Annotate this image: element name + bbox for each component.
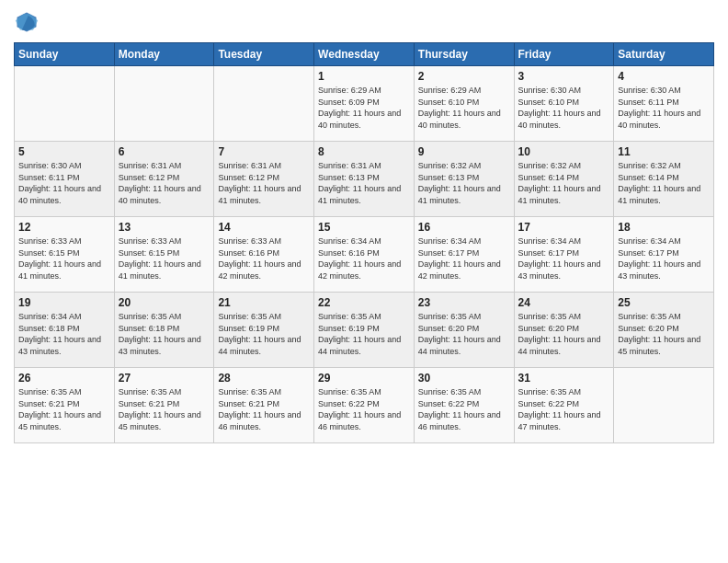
cell-content: Sunrise: 6:30 AM Sunset: 6:11 PM Dayligh…	[18, 160, 110, 206]
cell-content: Sunrise: 6:29 AM Sunset: 6:10 PM Dayligh…	[418, 85, 510, 131]
calendar-cell: 2Sunrise: 6:29 AM Sunset: 6:10 PM Daylig…	[414, 66, 514, 142]
day-number: 31	[518, 372, 610, 385]
cell-content: Sunrise: 6:35 AM Sunset: 6:18 PM Dayligh…	[119, 311, 210, 357]
day-number: 3	[518, 70, 610, 83]
calendar-cell: 10Sunrise: 6:32 AM Sunset: 6:14 PM Dayli…	[514, 142, 614, 217]
calendar-cell: 19Sunrise: 6:34 AM Sunset: 6:18 PM Dayli…	[15, 293, 115, 368]
day-number: 15	[318, 221, 410, 234]
calendar-week-2: 5Sunrise: 6:30 AM Sunset: 6:11 PM Daylig…	[15, 142, 714, 217]
cell-content: Sunrise: 6:32 AM Sunset: 6:13 PM Dayligh…	[418, 160, 510, 206]
calendar-cell: 24Sunrise: 6:35 AM Sunset: 6:20 PM Dayli…	[514, 293, 614, 368]
cell-content: Sunrise: 6:35 AM Sunset: 6:20 PM Dayligh…	[418, 311, 510, 357]
calendar-cell: 5Sunrise: 6:30 AM Sunset: 6:11 PM Daylig…	[15, 142, 115, 217]
day-number: 7	[218, 145, 310, 158]
calendar-week-4: 19Sunrise: 6:34 AM Sunset: 6:18 PM Dayli…	[15, 293, 714, 368]
calendar-cell: 15Sunrise: 6:34 AM Sunset: 6:16 PM Dayli…	[314, 217, 415, 293]
calendar-cell: 16Sunrise: 6:34 AM Sunset: 6:17 PM Dayli…	[414, 217, 514, 293]
calendar-cell: 29Sunrise: 6:35 AM Sunset: 6:22 PM Dayli…	[314, 368, 415, 443]
cell-content: Sunrise: 6:35 AM Sunset: 6:22 PM Dayligh…	[318, 386, 410, 432]
cell-content: Sunrise: 6:31 AM Sunset: 6:12 PM Dayligh…	[218, 160, 310, 206]
day-number: 2	[418, 70, 510, 83]
calendar-cell: 6Sunrise: 6:31 AM Sunset: 6:12 PM Daylig…	[114, 142, 214, 217]
day-number: 19	[18, 296, 110, 309]
day-number: 21	[218, 296, 310, 309]
calendar-cell: 11Sunrise: 6:32 AM Sunset: 6:14 PM Dayli…	[614, 142, 714, 217]
calendar-week-3: 12Sunrise: 6:33 AM Sunset: 6:15 PM Dayli…	[15, 217, 714, 293]
calendar-cell: 1Sunrise: 6:29 AM Sunset: 6:09 PM Daylig…	[314, 66, 415, 142]
cell-content: Sunrise: 6:32 AM Sunset: 6:14 PM Dayligh…	[518, 160, 610, 206]
calendar-week-5: 26Sunrise: 6:35 AM Sunset: 6:21 PM Dayli…	[15, 368, 714, 443]
cell-content: Sunrise: 6:31 AM Sunset: 6:12 PM Dayligh…	[119, 160, 210, 206]
calendar-cell: 25Sunrise: 6:35 AM Sunset: 6:20 PM Dayli…	[614, 293, 714, 368]
cell-content: Sunrise: 6:30 AM Sunset: 6:11 PM Dayligh…	[618, 85, 710, 131]
calendar-cell: 12Sunrise: 6:33 AM Sunset: 6:15 PM Dayli…	[15, 217, 115, 293]
calendar-week-1: 1Sunrise: 6:29 AM Sunset: 6:09 PM Daylig…	[15, 66, 714, 142]
day-number: 11	[618, 145, 710, 158]
calendar-cell	[15, 66, 115, 142]
day-number: 4	[618, 70, 710, 83]
calendar-cell: 22Sunrise: 6:35 AM Sunset: 6:19 PM Dayli…	[314, 293, 415, 368]
cell-content: Sunrise: 6:35 AM Sunset: 6:21 PM Dayligh…	[18, 386, 110, 432]
day-number: 10	[518, 145, 610, 158]
day-number: 13	[119, 221, 210, 234]
calendar-cell: 31Sunrise: 6:35 AM Sunset: 6:22 PM Dayli…	[514, 368, 614, 443]
day-number: 18	[618, 221, 710, 234]
day-number: 24	[518, 296, 610, 309]
calendar-cell: 14Sunrise: 6:33 AM Sunset: 6:16 PM Dayli…	[214, 217, 314, 293]
calendar-cell: 9Sunrise: 6:32 AM Sunset: 6:13 PM Daylig…	[414, 142, 514, 217]
cell-content: Sunrise: 6:34 AM Sunset: 6:17 PM Dayligh…	[618, 236, 710, 282]
calendar-cell: 21Sunrise: 6:35 AM Sunset: 6:19 PM Dayli…	[214, 293, 314, 368]
day-number: 20	[119, 296, 210, 309]
day-number: 30	[418, 372, 510, 385]
cell-content: Sunrise: 6:30 AM Sunset: 6:10 PM Dayligh…	[518, 85, 610, 131]
calendar-cell: 13Sunrise: 6:33 AM Sunset: 6:15 PM Dayli…	[114, 217, 214, 293]
cell-content: Sunrise: 6:34 AM Sunset: 6:17 PM Dayligh…	[518, 236, 610, 282]
calendar-header-row: SundayMondayTuesdayWednesdayThursdayFrid…	[15, 43, 714, 66]
cell-content: Sunrise: 6:33 AM Sunset: 6:15 PM Dayligh…	[119, 236, 210, 282]
day-number: 16	[418, 221, 510, 234]
calendar-cell	[614, 368, 714, 443]
calendar-cell: 7Sunrise: 6:31 AM Sunset: 6:12 PM Daylig…	[214, 142, 314, 217]
logo	[14, 9, 43, 35]
day-number: 25	[618, 296, 710, 309]
calendar-cell: 17Sunrise: 6:34 AM Sunset: 6:17 PM Dayli…	[514, 217, 614, 293]
calendar-cell: 8Sunrise: 6:31 AM Sunset: 6:13 PM Daylig…	[314, 142, 415, 217]
cell-content: Sunrise: 6:34 AM Sunset: 6:16 PM Dayligh…	[318, 236, 410, 282]
day-number: 1	[318, 70, 410, 83]
page: SundayMondayTuesdayWednesdayThursdayFrid…	[0, 0, 728, 563]
day-number: 28	[218, 372, 310, 385]
day-number: 22	[318, 296, 410, 309]
day-number: 12	[18, 221, 110, 234]
calendar-cell: 18Sunrise: 6:34 AM Sunset: 6:17 PM Dayli…	[614, 217, 714, 293]
weekday-header-monday: Monday	[114, 43, 214, 66]
day-number: 17	[518, 221, 610, 234]
day-number: 26	[18, 372, 110, 385]
weekday-header-friday: Friday	[514, 43, 614, 66]
cell-content: Sunrise: 6:35 AM Sunset: 6:21 PM Dayligh…	[218, 386, 310, 432]
calendar-cell: 20Sunrise: 6:35 AM Sunset: 6:18 PM Dayli…	[114, 293, 214, 368]
calendar-cell: 26Sunrise: 6:35 AM Sunset: 6:21 PM Dayli…	[15, 368, 115, 443]
cell-content: Sunrise: 6:29 AM Sunset: 6:09 PM Dayligh…	[318, 85, 410, 131]
cell-content: Sunrise: 6:32 AM Sunset: 6:14 PM Dayligh…	[618, 160, 710, 206]
cell-content: Sunrise: 6:34 AM Sunset: 6:18 PM Dayligh…	[18, 311, 110, 357]
cell-content: Sunrise: 6:35 AM Sunset: 6:20 PM Dayligh…	[618, 311, 710, 357]
calendar-cell: 4Sunrise: 6:30 AM Sunset: 6:11 PM Daylig…	[614, 66, 714, 142]
day-number: 5	[18, 145, 110, 158]
logo-icon	[14, 9, 40, 35]
day-number: 29	[318, 372, 410, 385]
cell-content: Sunrise: 6:35 AM Sunset: 6:19 PM Dayligh…	[318, 311, 410, 357]
day-number: 8	[318, 145, 410, 158]
day-number: 6	[119, 145, 210, 158]
cell-content: Sunrise: 6:35 AM Sunset: 6:22 PM Dayligh…	[418, 386, 510, 432]
calendar-cell: 23Sunrise: 6:35 AM Sunset: 6:20 PM Dayli…	[414, 293, 514, 368]
cell-content: Sunrise: 6:31 AM Sunset: 6:13 PM Dayligh…	[318, 160, 410, 206]
cell-content: Sunrise: 6:33 AM Sunset: 6:15 PM Dayligh…	[18, 236, 110, 282]
calendar-cell	[114, 66, 214, 142]
weekday-header-saturday: Saturday	[614, 43, 714, 66]
header	[14, 9, 714, 35]
day-number: 14	[218, 221, 310, 234]
calendar: SundayMondayTuesdayWednesdayThursdayFrid…	[14, 42, 714, 443]
weekday-header-tuesday: Tuesday	[214, 43, 314, 66]
cell-content: Sunrise: 6:35 AM Sunset: 6:19 PM Dayligh…	[218, 311, 310, 357]
weekday-header-thursday: Thursday	[414, 43, 514, 66]
